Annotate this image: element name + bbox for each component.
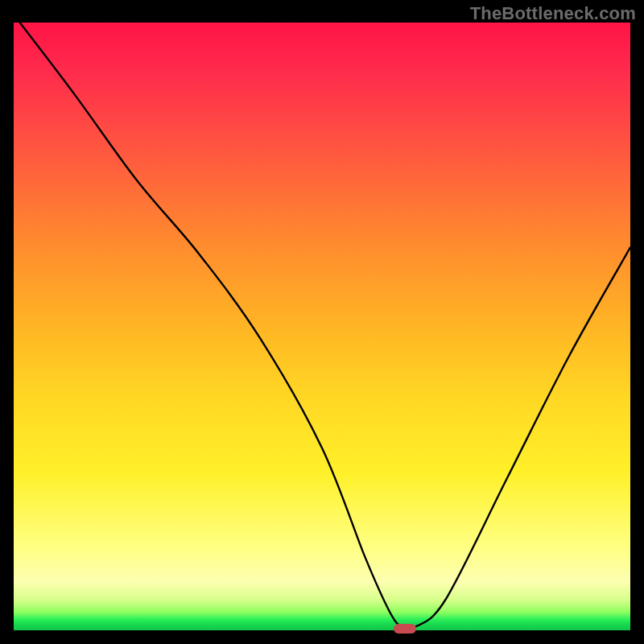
plot-gradient-background: [14, 23, 630, 630]
chart-frame: TheBottleneck.com: [0, 0, 644, 644]
watermark-text: TheBottleneck.com: [470, 3, 636, 24]
